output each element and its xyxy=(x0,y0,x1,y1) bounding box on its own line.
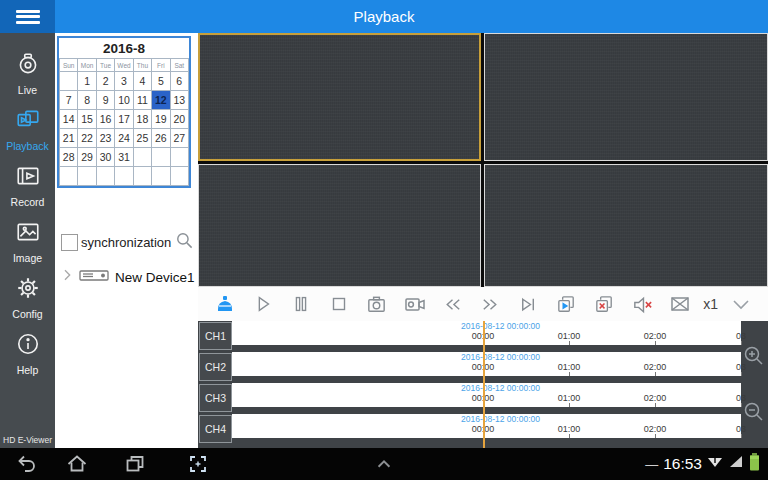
timeline-tick-label: 02:00 xyxy=(625,424,685,434)
calendar-date[interactable]: 25 xyxy=(134,129,152,148)
calendar-date[interactable]: 30 xyxy=(97,148,115,167)
pause-button[interactable] xyxy=(286,289,316,319)
calendar-date[interactable]: 18 xyxy=(134,110,152,129)
calendar-date[interactable]: 27 xyxy=(171,129,189,148)
calendar-grid: SunMonTueWedThuFriSat1234567891011121314… xyxy=(59,58,189,186)
sidebar-item-help[interactable]: Help xyxy=(0,325,55,381)
app-brand-label: HD E-Viewer xyxy=(0,435,55,445)
synchronization-checkbox[interactable] xyxy=(61,234,78,251)
mute-button[interactable] xyxy=(627,289,657,319)
playback-toolbar: x1 xyxy=(198,287,768,321)
calendar-date[interactable]: 29 xyxy=(78,148,96,167)
sidebar-item-live[interactable]: Live xyxy=(0,45,55,101)
calendar-date[interactable]: 17 xyxy=(115,110,133,129)
timeline-track[interactable]: 2016-08-12 00:00:0000:0001:0002:0003 xyxy=(232,414,741,438)
calendar-date[interactable]: 22 xyxy=(78,129,96,148)
calendar-date[interactable]: 8 xyxy=(78,91,96,110)
calendar-date[interactable]: 10 xyxy=(115,91,133,110)
zoom-out-icon[interactable] xyxy=(741,399,767,425)
calendar-date[interactable]: 3 xyxy=(115,72,133,91)
timeline-track[interactable]: 2016-08-12 00:00:0000:0001:0002:0003 xyxy=(232,383,741,407)
close-all-button[interactable] xyxy=(589,289,619,319)
camera-icon xyxy=(15,51,41,81)
calendar-date[interactable]: 13 xyxy=(171,91,189,110)
timeline-tick-mark xyxy=(569,341,570,345)
device-list-button[interactable] xyxy=(210,289,240,319)
channel-label[interactable]: CH2 xyxy=(199,353,232,381)
close-channel-button[interactable] xyxy=(665,289,695,319)
calendar-date[interactable]: 26 xyxy=(152,129,170,148)
recent-apps-button[interactable] xyxy=(118,448,152,480)
calendar-date[interactable]: 2 xyxy=(97,72,115,91)
calendar-date[interactable]: 5 xyxy=(152,72,170,91)
video-panel-2[interactable] xyxy=(484,33,768,161)
chevron-down-icon[interactable] xyxy=(726,289,756,319)
rewind-button[interactable] xyxy=(438,289,468,319)
play-button[interactable] xyxy=(248,289,278,319)
calendar-date[interactable]: 7 xyxy=(60,91,78,110)
chevron-up-icon[interactable] xyxy=(366,448,402,480)
calendar-date xyxy=(134,148,152,167)
play-all-button[interactable] xyxy=(551,289,581,319)
calendar-date[interactable]: 14 xyxy=(60,110,78,129)
home-button[interactable] xyxy=(60,448,94,480)
channel-label[interactable]: CH3 xyxy=(199,384,232,412)
sync-row: synchronization xyxy=(61,231,195,253)
sidebar-item-config[interactable]: Config xyxy=(0,269,55,325)
calendar-date[interactable]: 4 xyxy=(134,72,152,91)
sidebar-item-label: Live xyxy=(18,84,37,96)
channel-label[interactable]: CH4 xyxy=(199,415,232,443)
video-panel-1[interactable] xyxy=(198,33,481,161)
channel-label[interactable]: CH1 xyxy=(199,322,232,350)
zoom-in-icon[interactable] xyxy=(741,343,767,369)
sidebar-item-record[interactable]: Record xyxy=(0,157,55,213)
calendar-date-selected[interactable]: 12 xyxy=(152,91,170,110)
video-panel-3[interactable] xyxy=(198,164,481,287)
playhead-cursor[interactable] xyxy=(483,321,485,448)
timeline-track[interactable]: 2016-08-12 00:00:0000:0001:0002:0003 xyxy=(232,321,741,345)
calendar-date[interactable]: 11 xyxy=(134,91,152,110)
calendar-date[interactable]: 23 xyxy=(97,129,115,148)
sidebar-item-image[interactable]: Image xyxy=(0,213,55,269)
calendar-date[interactable]: 24 xyxy=(115,129,133,148)
calendar-date[interactable]: 31 xyxy=(115,148,133,167)
calendar-date[interactable]: 15 xyxy=(78,110,96,129)
calendar-day-header: Tue xyxy=(97,59,115,72)
calendar-date[interactable]: 20 xyxy=(171,110,189,129)
sidebar-item-label: Config xyxy=(12,308,42,320)
calendar: 2016-8 SunMonTueWedThuFriSat123456789101… xyxy=(57,36,191,188)
sidebar-item-label: Playback xyxy=(6,140,49,152)
stop-button[interactable] xyxy=(324,289,354,319)
calendar-date[interactable]: 16 xyxy=(97,110,115,129)
snapshot-button[interactable] xyxy=(362,289,392,319)
video-panel-4[interactable] xyxy=(484,164,768,287)
timeline-tick-label: 01:00 xyxy=(539,331,599,341)
page-title: Playback xyxy=(0,0,768,33)
calendar-date xyxy=(60,167,78,186)
calendar-date[interactable]: 6 xyxy=(171,72,189,91)
calendar-date xyxy=(97,167,115,186)
calendar-day-header: Thu xyxy=(134,59,152,72)
device-tree-item[interactable]: New Device1 xyxy=(59,266,199,288)
search-icon[interactable] xyxy=(175,231,194,254)
sidebar-item-label: Record xyxy=(11,196,45,208)
next-frame-button[interactable] xyxy=(514,289,544,319)
fast-forward-button[interactable] xyxy=(476,289,506,319)
calendar-date[interactable]: 28 xyxy=(60,148,78,167)
record-video-button[interactable] xyxy=(400,289,430,319)
timeline-track[interactable]: 2016-08-12 00:00:0000:0001:0002:0003 xyxy=(232,352,741,376)
calendar-date[interactable]: 19 xyxy=(152,110,170,129)
calendar-date[interactable]: 1 xyxy=(78,72,96,91)
timeline-tick-mark xyxy=(569,434,570,438)
calendar-day-header: Sun xyxy=(60,59,78,72)
calendar-date[interactable]: 21 xyxy=(60,129,78,148)
calendar-date xyxy=(78,167,96,186)
clock: 16:53 xyxy=(663,455,702,473)
back-button[interactable] xyxy=(10,448,44,480)
main-area: x1 CH12016-08-12 00:00:0000:0001:0002:00… xyxy=(198,33,768,448)
notification-dash: — xyxy=(645,457,658,472)
speed-label[interactable]: x1 xyxy=(703,296,718,312)
sidebar-item-playback[interactable]: Playback xyxy=(0,101,55,157)
screenshot-button[interactable] xyxy=(180,448,216,480)
calendar-date[interactable]: 9 xyxy=(97,91,115,110)
